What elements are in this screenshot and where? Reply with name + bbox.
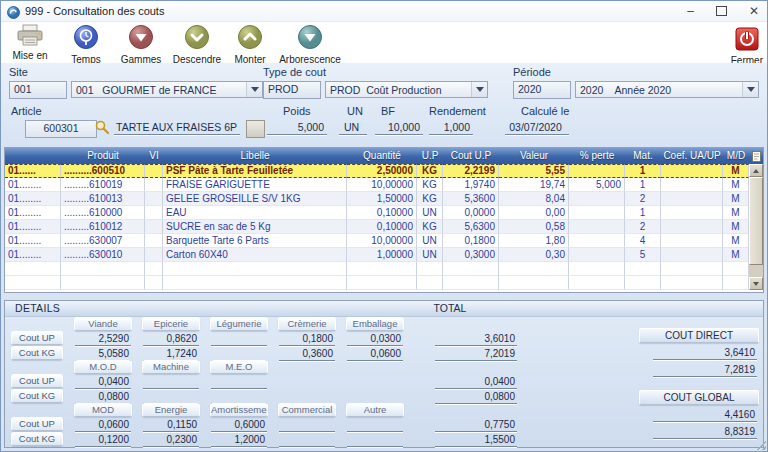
- fermer-button[interactable]: Fermer: [731, 27, 763, 66]
- scroll-thumb[interactable]: [749, 177, 763, 265]
- power-icon: [735, 37, 759, 54]
- cell-md: M: [723, 206, 749, 220]
- table-row[interactable]: 01.................610012SUCRE en sac de…: [5, 220, 749, 234]
- total-value: 0,0400: [435, 375, 517, 389]
- table-row[interactable]: [5, 262, 749, 276]
- detail-value: 1,7240: [143, 347, 199, 361]
- cell-mat: 2: [625, 220, 661, 234]
- cout-global-box: COUT GLOBAL 4,4160 8,8319: [639, 390, 759, 439]
- cell-perte: [569, 276, 625, 290]
- detail-value: 0,1150: [143, 418, 199, 432]
- gammes-button[interactable]: Gammes: [115, 24, 167, 65]
- column-header[interactable]: Valeur: [499, 148, 569, 164]
- toolbar: Mise en page Temps Gammes Descendre Mont…: [1, 22, 767, 63]
- column-header[interactable]: Coef. UA/UP: [661, 148, 723, 164]
- period-code-field[interactable]: 2020: [513, 81, 571, 99]
- minimize-button[interactable]: –: [687, 1, 694, 21]
- site-combo-value: 001 GOURMET de FRANCE: [72, 82, 246, 97]
- cost-type-combo[interactable]: PROD Coût Production: [325, 81, 488, 98]
- cell-perte: [569, 192, 625, 206]
- site-code-field[interactable]: 001: [9, 81, 67, 99]
- column-header[interactable]: Produit: [61, 148, 145, 164]
- cell-quantite: 1,00000: [347, 248, 417, 262]
- close-button[interactable]: ✕: [749, 1, 759, 21]
- column-header[interactable]: VI: [145, 148, 163, 164]
- detail-col-header: Commercial: [278, 403, 336, 417]
- detail-col-header: MOD: [74, 403, 132, 417]
- cell-vi: [145, 220, 163, 234]
- period-combo-value: 2020 Année 2020: [576, 82, 742, 97]
- cell-perte: [569, 164, 625, 178]
- scroll-down-button[interactable]: [749, 277, 763, 290]
- maximize-button[interactable]: [716, 6, 727, 16]
- titlebar: 999 - Consultation des couts – ✕: [1, 1, 767, 22]
- cell-cout_up: 0,0000: [443, 206, 499, 220]
- vertical-scrollbar[interactable]: [749, 164, 763, 290]
- detail-value: 0,1200: [75, 433, 131, 447]
- details-group: ViandeEpicerieLégumerieCrèmerieEmballage…: [7, 317, 519, 360]
- cell-mat: [625, 262, 661, 276]
- cell-coef: [661, 276, 723, 290]
- cell-up: UN: [417, 234, 443, 248]
- poids-value: 5,000: [267, 121, 327, 135]
- table-row[interactable]: 01.................610013GELEE GROSEILLE…: [5, 192, 749, 206]
- window-controls: – ✕: [687, 1, 759, 21]
- monter-button[interactable]: Monter: [227, 24, 273, 65]
- column-header[interactable]: Mat.: [625, 148, 661, 164]
- cell-cout_up: [443, 262, 499, 276]
- column-header[interactable]: M/D: [723, 148, 749, 164]
- scroll-up-button[interactable]: [749, 164, 763, 177]
- cell-level: 01........: [5, 220, 61, 234]
- table-row[interactable]: 01................600510PSF Pâte à Tarte…: [5, 164, 749, 178]
- table-row[interactable]: 01.................610019FRAISE GARIGUET…: [5, 178, 749, 192]
- table-row[interactable]: 01.................610000EAU0,10000UN0,0…: [5, 206, 749, 220]
- cell-vi: [145, 276, 163, 290]
- cell-valeur: 8,04: [499, 192, 569, 206]
- cell-up: UN: [417, 248, 443, 262]
- cell-libelle: Barquette Tarte 6 Parts: [163, 234, 347, 248]
- descendre-button[interactable]: Descendre: [169, 24, 225, 65]
- column-header[interactable]: [5, 148, 61, 164]
- cell-coef: [661, 164, 723, 178]
- cell-md: M: [723, 192, 749, 206]
- table-row[interactable]: 01.................630010Carton 60X401,0…: [5, 248, 749, 262]
- row-label: Cout KG: [11, 432, 63, 446]
- detail-col-header: Emballage: [346, 317, 404, 331]
- article-lookup-button[interactable]: [246, 120, 265, 138]
- detail-col-header: Machine: [142, 360, 200, 374]
- cell-level: 01........: [5, 234, 61, 248]
- cell-perte: [569, 220, 625, 234]
- cell-coef: [661, 234, 723, 248]
- cell-mat: 4: [625, 234, 661, 248]
- cell-up: KG: [417, 178, 443, 192]
- total-value: 1,5500: [435, 433, 517, 447]
- article-code-field[interactable]: 600301: [25, 120, 97, 138]
- cell-cout_up: 5,6300: [443, 220, 499, 234]
- clock-icon: [63, 24, 109, 54]
- period-combo[interactable]: 2020 Année 2020: [575, 81, 759, 98]
- table-row[interactable]: [5, 276, 749, 290]
- cell-code: [61, 262, 145, 276]
- column-header[interactable]: Quantité: [347, 148, 417, 164]
- cell-level: 01........: [5, 206, 61, 220]
- chevron-down-icon: [471, 82, 487, 97]
- cost-type-code-field[interactable]: PROD: [263, 81, 321, 99]
- column-header[interactable]: Cout U.P: [443, 148, 499, 164]
- column-header[interactable]: Libelle: [163, 148, 347, 164]
- cell-libelle: GELEE GROSEILLE S/V 1KG: [163, 192, 347, 206]
- cell-libelle: FRAISE GARIGUETTE: [163, 178, 347, 192]
- site-combo[interactable]: 001 GOURMET de FRANCE: [71, 81, 263, 98]
- table-options-icon[interactable]: [749, 148, 763, 164]
- cout-direct-kg: 7,2819: [653, 363, 757, 377]
- article-label: Article: [11, 105, 42, 117]
- cell-up: [417, 262, 443, 276]
- magnifier-icon[interactable]: [95, 120, 110, 139]
- cell-code: ..........600510: [61, 164, 145, 178]
- table-row[interactable]: 01.................630007Barquette Tarte…: [5, 234, 749, 248]
- column-header[interactable]: % perte: [569, 148, 625, 164]
- app-window: 999 - Consultation des couts – ✕ Mise en…: [0, 0, 768, 452]
- column-header[interactable]: U.P: [417, 148, 443, 164]
- temps-button[interactable]: Temps: [63, 24, 109, 65]
- arborescence-button[interactable]: Arborescence: [275, 24, 345, 65]
- detail-value: 0,1800: [279, 332, 335, 346]
